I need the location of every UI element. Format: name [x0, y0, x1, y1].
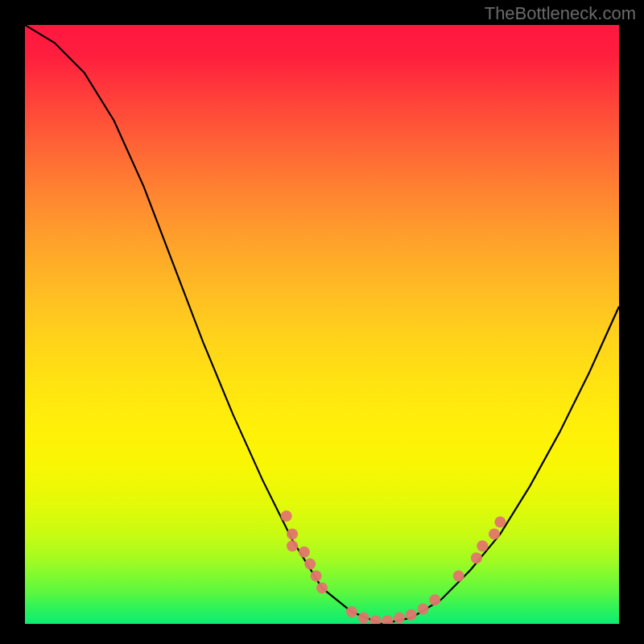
data-point: [304, 559, 316, 570]
data-point: [346, 606, 357, 617]
chart-curve: [25, 25, 619, 624]
chart-plot-area: [25, 25, 619, 624]
data-point: [316, 582, 328, 593]
data-point: [406, 609, 417, 621]
data-point: [358, 613, 369, 624]
data-point: [281, 510, 292, 522]
data-point: [311, 571, 322, 582]
data-point: [471, 552, 482, 564]
data-point: [369, 615, 381, 624]
data-point: [429, 594, 440, 605]
data-point: [287, 528, 298, 539]
data-point: [382, 615, 393, 624]
data-point: [477, 540, 488, 551]
data-point: [394, 613, 405, 624]
data-point: [287, 540, 298, 551]
data-point: [453, 571, 464, 582]
data-point: [489, 528, 500, 539]
chart-svg: [25, 25, 619, 624]
data-point: [418, 603, 429, 614]
data-point: [494, 517, 506, 528]
data-point: [299, 547, 310, 558]
attribution-text: TheBottleneck.com: [485, 3, 636, 24]
